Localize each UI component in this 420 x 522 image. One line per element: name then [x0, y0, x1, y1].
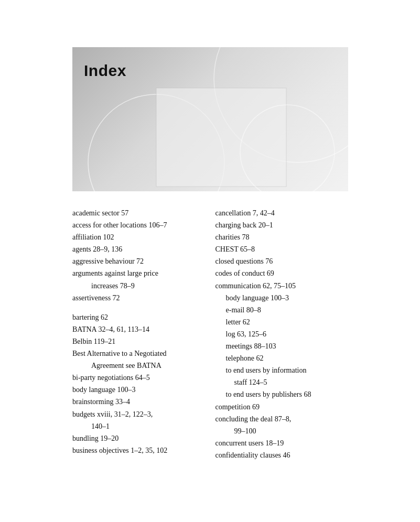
index-entry: bi-party negotiations 64–5	[72, 372, 205, 384]
index-content: academic sector 57access for other locat…	[72, 207, 348, 461]
index-entry: log 63, 125–6	[216, 328, 348, 340]
index-left-column: academic sector 57access for other locat…	[72, 207, 210, 461]
index-entry: confidentiality clauses 46	[216, 449, 348, 461]
page-title: Index	[84, 62, 126, 80]
spacer	[72, 304, 205, 311]
index-entry: arguments against large price	[72, 267, 205, 279]
index-entry: 99–100	[216, 425, 348, 437]
svg-rect-2	[156, 88, 286, 187]
index-entry: communication 62, 75–105	[216, 280, 348, 292]
index-entry: Belbin 119–21	[72, 335, 205, 347]
page: Index academic sector 57access for other…	[0, 0, 420, 522]
index-entry: assertiveness 72	[72, 292, 205, 304]
index-entry: closed questions 76	[216, 255, 348, 267]
index-entry: e-mail 80–8	[216, 304, 348, 316]
index-entry: brainstorming 33–4	[72, 396, 205, 408]
index-entry: budgets xviii, 31–2, 122–3,	[72, 408, 205, 420]
index-entry: meetings 88–103	[216, 340, 348, 352]
index-entry: charging back 20–1	[216, 219, 348, 231]
index-entry: body language 100–3	[216, 292, 348, 304]
index-entry: bundling 19–20	[72, 432, 205, 444]
index-entry: codes of conduct 69	[216, 267, 348, 279]
index-entry: staff 124–5	[216, 376, 348, 388]
index-entry: bartering 62	[72, 311, 205, 323]
index-entry: access for other locations 106–7	[72, 219, 205, 231]
index-right-column: cancellation 7, 42–4charging back 20–1ch…	[210, 207, 348, 461]
index-entry: cancellation 7, 42–4	[216, 207, 348, 219]
index-entry: affiliation 102	[72, 231, 205, 243]
hero-banner: Index	[72, 47, 348, 191]
index-entry: letter 62	[216, 316, 348, 328]
index-entry: Agreement see BATNA	[72, 360, 205, 372]
index-entry: telephone 62	[216, 352, 348, 364]
index-entry: Best Alternative to a Negotiated	[72, 347, 205, 360]
index-entry: concluding the deal 87–8,	[216, 413, 348, 425]
index-entry: BATNA 32–4, 61, 113–14	[72, 323, 205, 335]
index-entry: agents 28–9, 136	[72, 243, 205, 255]
index-entry: body language 100–3	[72, 384, 205, 396]
index-entry: to end users by publishers 68	[216, 388, 348, 400]
index-entry: to end users by information	[216, 364, 348, 376]
index-entry: charities 78	[216, 231, 348, 243]
index-entry: competition 69	[216, 401, 348, 413]
index-entry: business objectives 1–2, 35, 102	[72, 444, 205, 456]
index-entry: increases 78–9	[72, 280, 205, 292]
index-entry: CHEST 65–8	[216, 243, 348, 255]
index-entry: concurrent users 18–19	[216, 437, 348, 449]
index-entry: academic sector 57	[72, 207, 205, 219]
index-entry: aggressive behaviour 72	[72, 255, 205, 267]
index-entry: 140–1	[72, 420, 205, 432]
